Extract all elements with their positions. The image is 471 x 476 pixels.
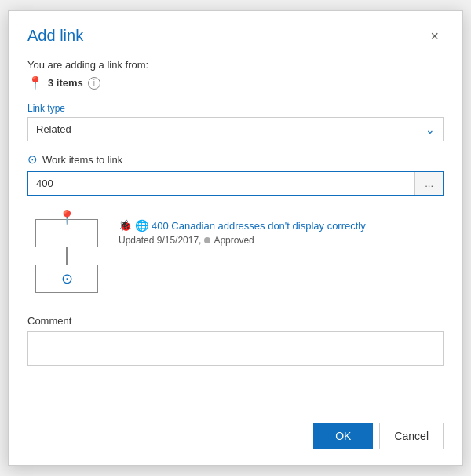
- link-diagram: 📍 ⊙ 🐞 🌐 400 Canadian addresses don't dis…: [27, 219, 444, 293]
- diagram-connector: [66, 247, 68, 265]
- pin-icon: 📍: [27, 75, 43, 90]
- link-info-title: 400 Canadian addresses don't display cor…: [152, 220, 366, 232]
- diagram-top-box: 📍: [35, 219, 98, 247]
- work-items-input-row: ...: [27, 171, 444, 196]
- close-button[interactable]: ×: [425, 27, 444, 45]
- diagram: 📍 ⊙: [27, 219, 106, 293]
- link-type-label: Link type: [27, 103, 444, 114]
- link-info: 🐞 🌐 400 Canadian addresses don't display…: [119, 219, 444, 247]
- link-updated-text: Updated 9/15/2017,: [119, 235, 201, 246]
- dialog-footer: OK Cancel: [27, 423, 444, 449]
- bug-icon: 🐞: [119, 219, 132, 232]
- comment-section: Comment: [27, 315, 444, 401]
- cancel-button[interactable]: Cancel: [379, 423, 444, 449]
- items-row: 📍 3 items i: [27, 75, 444, 90]
- link-info-meta: Updated 9/15/2017, Approved: [119, 235, 444, 246]
- earth-icon: 🌐: [135, 219, 148, 232]
- dialog-title: Add link: [27, 27, 83, 45]
- comment-label: Comment: [27, 315, 444, 327]
- work-items-label-row: ⊙ Work items to link: [27, 152, 444, 167]
- ok-button[interactable]: OK: [313, 423, 373, 449]
- link-type-select[interactable]: Related Parent Child Duplicate Duplicate…: [28, 118, 443, 141]
- target-icon: ⊙: [27, 152, 38, 167]
- link-status-text: Approved: [214, 235, 254, 246]
- add-link-dialog: Add link × You are adding a link from: 📍…: [8, 10, 463, 466]
- dialog-header: Add link ×: [27, 27, 444, 45]
- diagram-pin-icon: 📍: [58, 209, 75, 226]
- browse-button[interactable]: ...: [414, 172, 443, 195]
- work-items-input[interactable]: [28, 172, 414, 195]
- work-items-label-text: Work items to link: [42, 154, 122, 166]
- items-count: 3 items: [48, 77, 83, 89]
- diagram-bottom-box: ⊙: [35, 265, 98, 293]
- info-icon[interactable]: i: [88, 77, 100, 90]
- status-dot-icon: [204, 237, 210, 243]
- link-type-group: Link type Related Parent Child Duplicate…: [27, 103, 444, 141]
- work-items-group: ⊙ Work items to link ...: [27, 152, 444, 196]
- subtitle-label: You are adding a link from:: [27, 59, 444, 71]
- link-type-select-wrapper: Related Parent Child Duplicate Duplicate…: [27, 117, 444, 141]
- link-info-icons: 🐞 🌐 400 Canadian addresses don't display…: [119, 219, 444, 232]
- diagram-target-icon: ⊙: [61, 270, 73, 287]
- comment-input[interactable]: [27, 331, 444, 366]
